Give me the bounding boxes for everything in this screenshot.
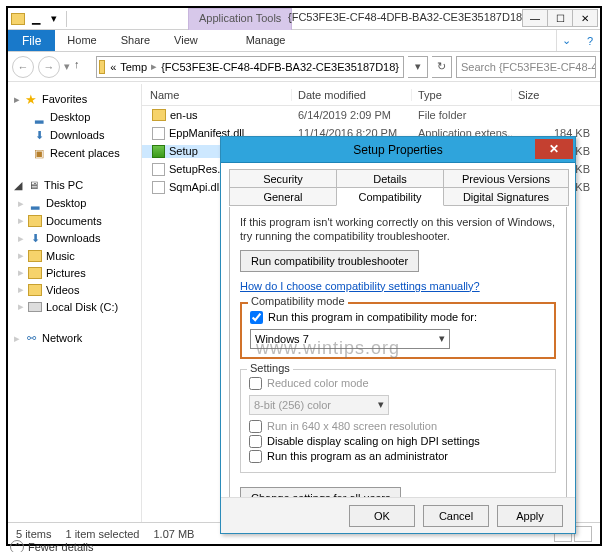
up-button[interactable]: ↑ — [74, 58, 92, 76]
qat-dropdown[interactable]: ▾ — [46, 11, 62, 27]
tab-details[interactable]: Details — [336, 169, 444, 188]
col-type[interactable]: Type — [412, 89, 512, 101]
navigation-pane: ▸ ★ Favorites ▂ Desktop ⬇ Downloads ▣ Re… — [8, 84, 142, 522]
maximize-button[interactable]: ☐ — [547, 9, 573, 27]
res-640-checkbox[interactable]: Run in 640 x 480 screen resolution — [249, 419, 547, 434]
nav-label: Documents — [46, 215, 102, 227]
checkbox-input[interactable] — [249, 450, 262, 463]
checkbox-label: Run this program as an administrator — [267, 450, 448, 462]
manage-tab[interactable]: Manage — [234, 30, 298, 51]
ribbon-context-tab[interactable]: Application Tools — [188, 8, 292, 30]
nav-item-downloads2[interactable]: ▸ ⬇ Downloads — [14, 229, 141, 247]
address-bar[interactable]: « Temp ▸ {FC53FE3E-CF48-4DFB-BA32-CE3E35… — [96, 56, 404, 78]
compat-os-select[interactable]: Windows 7 — [250, 329, 450, 349]
history-dropdown-icon[interactable]: ▾ — [64, 60, 70, 73]
breadcrumb[interactable]: Temp — [118, 61, 149, 73]
refresh-button[interactable]: ↻ — [432, 56, 452, 78]
col-name[interactable]: Name — [142, 89, 292, 101]
network-group[interactable]: ▸ ⚯ Network — [14, 329, 141, 347]
folder-icon — [10, 11, 26, 27]
dialog-footer: OK Cancel Apply — [221, 497, 575, 533]
ok-button[interactable]: OK — [349, 505, 415, 527]
tab-compatibility[interactable]: Compatibility — [336, 187, 444, 206]
tab-general[interactable]: General — [229, 187, 337, 206]
icons-view-icon[interactable] — [574, 526, 592, 542]
fewer-details-link[interactable]: ⌃ Fewer details — [10, 540, 93, 552]
table-row[interactable]: en-us 6/14/2019 2:09 PM File folder — [142, 106, 600, 124]
nav-item-music[interactable]: ▸ Music — [14, 247, 141, 264]
forward-button[interactable]: → — [38, 56, 60, 78]
folder-icon — [28, 250, 42, 262]
dpi-scaling-checkbox[interactable]: Disable display scaling on high DPI sett… — [249, 434, 547, 449]
back-button[interactable]: ← — [12, 56, 34, 78]
nav-label: Downloads — [46, 232, 100, 244]
thispc-group[interactable]: ◢ 🖥 This PC — [14, 176, 141, 194]
file-type: File folder — [412, 109, 512, 121]
checkbox-input[interactable] — [249, 377, 262, 390]
nav-label: This PC — [44, 179, 83, 191]
run-troubleshooter-button[interactable]: Run compatibility troubleshooter — [240, 250, 419, 272]
view-tab[interactable]: View — [162, 30, 210, 51]
breadcrumb[interactable]: « — [108, 61, 118, 73]
nav-item-documents[interactable]: ▸ Documents — [14, 212, 141, 229]
status-selected: 1 item selected — [65, 528, 139, 540]
intro-text: If this program isn't working correctly … — [240, 215, 556, 244]
desktop-icon: ▂ — [32, 110, 46, 124]
tab-digital-signatures[interactable]: Digital Signatures — [443, 187, 569, 206]
ribbon-expand-icon[interactable]: ⌄ — [556, 30, 576, 51]
chevron-right-icon: ▸ — [18, 232, 24, 245]
nav-label: Recent places — [50, 147, 120, 159]
minimize-button[interactable]: — — [522, 9, 548, 27]
run-compat-checkbox[interactable]: Run this program in compatibility mode f… — [250, 310, 546, 325]
nav-row: ← → ▾ ↑ « Temp ▸ {FC53FE3E-CF48-4DFB-BA3… — [8, 52, 600, 82]
dialog-close-button[interactable]: ✕ — [535, 139, 573, 159]
share-tab[interactable]: Share — [109, 30, 162, 51]
settings-group: Settings Reduced color mode 8-bit (256) … — [240, 369, 556, 473]
computer-icon: 🖥 — [26, 178, 40, 192]
help-icon[interactable]: ? — [580, 30, 600, 51]
file-name: Setup — [169, 145, 198, 157]
props-icon[interactable]: ▁ — [28, 11, 44, 27]
checkbox-input[interactable] — [249, 435, 262, 448]
nav-item-localdisk[interactable]: ▸ Local Disk (C:) — [14, 298, 141, 315]
search-placeholder: Search {FC53FE3E-CF48-4DFB... — [461, 61, 596, 73]
nav-item-desktop2[interactable]: ▸ ▂ Desktop — [14, 194, 141, 212]
group-label: Settings — [247, 362, 293, 374]
nav-item-pictures[interactable]: ▸ Pictures — [14, 264, 141, 281]
status-item-count: 5 items — [16, 528, 51, 540]
file-tab[interactable]: File — [8, 30, 55, 51]
checkbox-input[interactable] — [250, 311, 263, 324]
address-dropdown-icon[interactable]: ▾ — [408, 56, 428, 78]
folder-icon — [99, 60, 105, 74]
chevron-right-icon: ▸ — [18, 197, 24, 210]
run-as-admin-checkbox[interactable]: Run this program as an administrator — [249, 449, 547, 464]
compatibility-mode-group: Compatibility mode Run this program in c… — [240, 302, 556, 359]
tab-security[interactable]: Security — [229, 169, 337, 188]
apply-button[interactable]: Apply — [497, 505, 563, 527]
nav-label: Local Disk (C:) — [46, 301, 118, 313]
nav-item-desktop[interactable]: ▂ Desktop — [14, 108, 141, 126]
home-tab[interactable]: Home — [55, 30, 108, 51]
nav-item-downloads[interactable]: ⬇ Downloads — [14, 126, 141, 144]
col-size[interactable]: Size — [512, 89, 600, 101]
nav-item-recent[interactable]: ▣ Recent places — [14, 144, 141, 162]
reduced-color-checkbox[interactable]: Reduced color mode — [249, 376, 547, 391]
close-button[interactable]: ✕ — [572, 9, 598, 27]
favorites-group[interactable]: ▸ ★ Favorites — [14, 90, 141, 108]
breadcrumb[interactable]: {FC53FE3E-CF48-4DFB-BA32-CE3E35187D18} — [159, 61, 401, 73]
dialog-titlebar[interactable]: Setup Properties ✕ — [221, 137, 575, 163]
chevron-up-icon: ⌃ — [10, 540, 24, 552]
color-depth-select: 8-bit (256) color — [249, 395, 389, 415]
dll-icon — [152, 163, 165, 176]
chevron-right-icon[interactable]: ▸ — [149, 60, 159, 73]
help-link[interactable]: How do I choose compatibility settings m… — [240, 280, 480, 292]
nav-label: Favorites — [42, 93, 87, 105]
search-input[interactable]: Search {FC53FE3E-CF48-4DFB... 🔍 — [456, 56, 596, 78]
chevron-right-icon: ▸ — [14, 93, 20, 106]
status-size: 1.07 MB — [153, 528, 194, 540]
cancel-button[interactable]: Cancel — [423, 505, 489, 527]
tab-previous-versions[interactable]: Previous Versions — [443, 169, 569, 188]
nav-item-videos[interactable]: ▸ Videos — [14, 281, 141, 298]
col-date[interactable]: Date modified — [292, 89, 412, 101]
checkbox-input[interactable] — [249, 420, 262, 433]
